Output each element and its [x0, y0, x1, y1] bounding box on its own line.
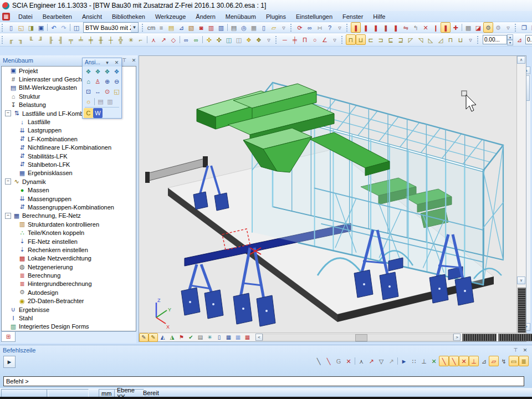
help-what-icon[interactable]: ?: [325, 22, 335, 33]
zoom-in-icon[interactable]: ⊕: [103, 76, 112, 86]
toolbar-grip[interactable]: [142, 24, 145, 32]
snap-settings-icon[interactable]: ▭: [509, 356, 519, 366]
escape-cursor-button[interactable]: ►: [3, 356, 16, 368]
split-window-icon[interactable]: ◫: [71, 22, 81, 33]
rotate-wheel-horizontal-2[interactable]: [498, 334, 532, 341]
overflow-chevron-icon[interactable]: ▿: [335, 22, 345, 33]
intersect-icon[interactable]: ◫: [224, 34, 234, 45]
align-icon[interactable]: ◫: [234, 34, 244, 45]
tree-item[interactable]: ⇵LF-Kombinationen: [2, 135, 136, 143]
document-icon[interactable]: ▯: [259, 22, 269, 33]
wired-model-icon[interactable]: W: [93, 108, 103, 118]
menu-item-fenster[interactable]: Fenster: [337, 12, 368, 21]
link-members-icon[interactable]: ∞: [191, 34, 201, 45]
grid-view-2-icon[interactable]: ▦: [233, 333, 243, 342]
line-grid-icon[interactable]: ⊥: [419, 356, 429, 366]
toolbar-grip[interactable]: [341, 36, 344, 44]
fast-draw-2-icon[interactable]: ✎: [149, 333, 158, 342]
support-slab-icon[interactable]: ⊔: [456, 34, 466, 45]
tree-item[interactable]: ⇵Massengruppen-Kombinationen: [2, 203, 136, 211]
tree-item[interactable]: ⚙Autodesign: [2, 288, 136, 296]
command-input[interactable]: [3, 376, 524, 386]
redo-icon[interactable]: ↷: [59, 22, 69, 33]
tree-item[interactable]: ⇵Stabilitäts-LFK: [2, 152, 136, 160]
opening-icon[interactable]: ╤: [66, 34, 76, 45]
overflow-chevron-icon[interactable]: ▿: [279, 22, 289, 33]
hinge-end-icon[interactable]: ⊒: [396, 34, 406, 45]
close-icon[interactable]: ✕: [130, 58, 137, 63]
snap-ortho-icon[interactable]: ▱: [489, 356, 499, 366]
undo-icon[interactable]: ↶: [49, 22, 59, 33]
overflow-chevron-icon[interactable]: ▿: [264, 34, 274, 45]
view-xz-icon[interactable]: ❖: [93, 66, 103, 76]
snap-list-icon[interactable]: ≣: [519, 356, 529, 366]
menu-item-hilfe[interactable]: Hilfe: [368, 12, 390, 21]
column-icon[interactable]: ╖: [16, 34, 26, 45]
hinge-node-icon[interactable]: ⋏: [149, 34, 158, 45]
rib-icon[interactable]: ╢: [56, 34, 66, 45]
tree-item[interactable]: ⇵Stahlbeton-LFK: [2, 160, 136, 168]
tree-item[interactable]: ⇵Nichtlineare LF-Kombinationen: [2, 144, 136, 152]
snap-edge-icon[interactable]: ↗: [366, 356, 376, 366]
snap-perpendicular-icon[interactable]: ⊥: [469, 356, 479, 366]
rigid-arm-icon[interactable]: ◇: [168, 34, 178, 45]
tree-item[interactable]: ≣Berechnung: [2, 271, 136, 279]
toolbar-grip[interactable]: [2, 36, 4, 44]
view-point-icon[interactable]: ⌂: [84, 76, 93, 86]
axes-icon[interactable]: ✳: [205, 333, 214, 342]
fast-adjust-icon[interactable]: ⚙: [483, 22, 493, 33]
beam-icon[interactable]: ╓: [6, 34, 16, 45]
view-xy-icon[interactable]: ❖: [112, 66, 121, 76]
snap-polar-icon[interactable]: ↯: [499, 356, 509, 366]
grid-red-icon[interactable]: ▦: [243, 333, 252, 342]
link-nodes-icon[interactable]: ∞: [181, 34, 191, 45]
support-arrow-icon[interactable]: ↗: [158, 34, 168, 45]
rotate-wheel-vertical[interactable]: [518, 288, 526, 334]
overflow-chevron-icon[interactable]: ▿: [330, 34, 340, 45]
load-view-icon[interactable]: ◪: [473, 22, 483, 33]
section-icon[interactable]: ╫: [96, 34, 106, 45]
snap-face-icon[interactable]: ▽: [376, 356, 386, 366]
draw-polygon-icon[interactable]: Π: [300, 34, 310, 45]
tree-item[interactable]: ⇣Rechenkern einstellen: [2, 245, 136, 254]
save-view-icon[interactable]: ▩: [463, 22, 473, 33]
render-off-icon[interactable]: ▥: [105, 96, 115, 106]
toolbar-grip[interactable]: [515, 24, 518, 32]
status-plane[interactable]: Ebene XY: [114, 389, 144, 397]
move-crosshair-icon[interactable]: ✚: [451, 22, 461, 33]
tree-item[interactable]: ∴Teile/Knoten koppeln: [2, 228, 136, 237]
activity-all-icon[interactable]: ❚: [441, 22, 451, 33]
tree-item[interactable]: ∪Ergebnisse: [2, 305, 136, 314]
toolbar-grip[interactable]: [477, 36, 480, 44]
new-window-icon[interactable]: ❐: [519, 22, 529, 33]
labels-check-icon[interactable]: ✔: [186, 333, 196, 342]
activity-current-icon[interactable]: ❚: [391, 22, 401, 33]
calculator-icon[interactable]: ▦: [249, 22, 259, 33]
snap-point-icon[interactable]: ╲: [324, 356, 334, 366]
rotate-view-icon[interactable]: ⟳: [295, 22, 305, 33]
node-icon[interactable]: ╧: [76, 34, 86, 45]
tree-item[interactable]: ◍Netzgenerierung: [2, 263, 136, 271]
support-line-icon[interactable]: ◺: [426, 34, 436, 45]
tree-item[interactable]: ⇊Lastgruppen: [2, 126, 136, 135]
tree-item[interactable]: ▦Ergebnisklassen: [2, 169, 136, 177]
shading-icon[interactable]: ◭: [158, 333, 167, 342]
chevron-down-icon[interactable]: ▾: [104, 60, 111, 65]
clipping-box-icon[interactable]: C: [84, 108, 93, 118]
point-icon[interactable]: ✳: [126, 34, 136, 45]
close-icon[interactable]: ✕: [113, 60, 120, 65]
print-view-icon[interactable]: ▤: [196, 333, 205, 342]
viewport-vscrollbar[interactable]: ∧ ∨: [516, 56, 526, 334]
viewport-hscrollbar[interactable]: [263, 334, 453, 341]
snap-tangent-icon[interactable]: ⊿: [479, 356, 489, 366]
coord-system-icon[interactable]: ⊿: [176, 22, 186, 33]
zoom-all-icon[interactable]: ↔: [93, 86, 103, 96]
new-file-icon[interactable]: ▯: [6, 22, 16, 33]
step-spinner[interactable]: 0.1 ▴▾: [525, 35, 532, 44]
coordinate-spinner-value[interactable]: 0.00...: [483, 35, 507, 44]
catalog-icon[interactable]: ▤: [166, 22, 176, 33]
rotate-wheel-horizontal-1[interactable]: [462, 334, 497, 341]
menu-item-bibliotheken[interactable]: Bibliotheken: [107, 12, 150, 21]
menubaum-tab[interactable]: ⊞: [1, 332, 16, 342]
snap-vertex-icon[interactable]: ⋏: [356, 356, 366, 366]
